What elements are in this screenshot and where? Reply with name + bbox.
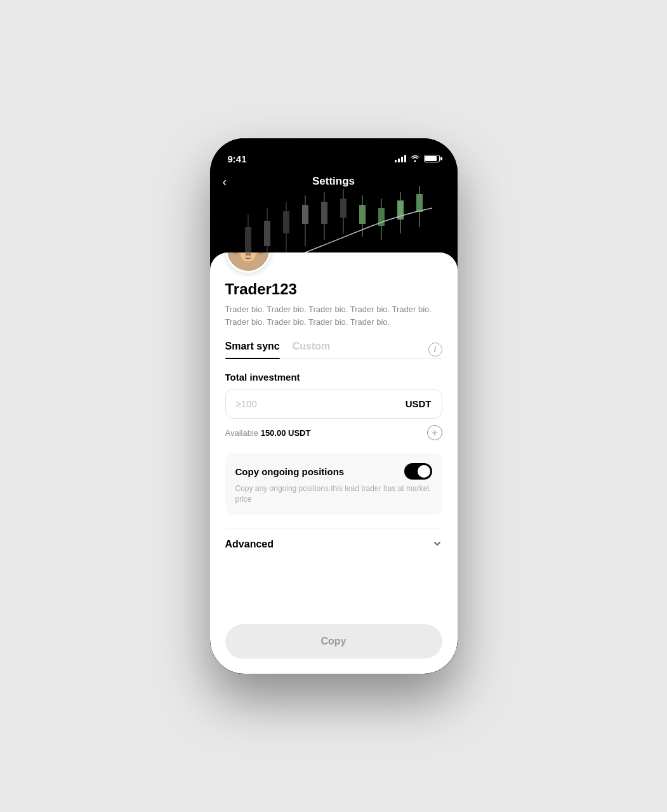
advanced-section[interactable]: Advanced xyxy=(225,528,442,561)
copy-positions-row: Copy ongoing positions xyxy=(235,463,432,480)
tab-smart-sync[interactable]: Smart sync xyxy=(225,341,280,358)
svg-rect-3 xyxy=(264,221,270,246)
avatar-image xyxy=(227,252,269,271)
spacer xyxy=(225,561,442,624)
investment-input-box[interactable]: ≥100 USDT xyxy=(225,389,442,419)
investment-currency: USDT xyxy=(406,398,432,409)
tabs-container: Smart sync Custom i xyxy=(225,341,442,359)
header-title: Settings xyxy=(312,175,355,188)
toggle-knob xyxy=(418,465,430,478)
svg-rect-1 xyxy=(245,227,251,252)
wifi-icon xyxy=(410,154,420,164)
svg-rect-11 xyxy=(340,199,347,218)
svg-point-34 xyxy=(246,254,248,255)
svg-rect-7 xyxy=(302,205,308,224)
phone-screen: 9:41 xyxy=(210,138,458,674)
add-funds-button[interactable]: ＋ xyxy=(427,425,442,440)
status-bar: 9:41 xyxy=(210,138,458,170)
available-row: Available 150.00 USDT ＋ xyxy=(225,425,442,440)
status-icons xyxy=(395,154,440,164)
avatar xyxy=(225,252,271,273)
trader-bio: Trader bio. Trader bio. Trader bio. Trad… xyxy=(225,303,442,328)
available-amount: 150.00 USDT xyxy=(261,428,311,438)
investment-placeholder: ≥100 xyxy=(236,398,406,409)
info-icon[interactable]: i xyxy=(428,343,442,357)
copy-positions-card: Copy ongoing positions Copy any ongoing … xyxy=(225,453,442,515)
content-card: Trader123 Trader bio. Trader bio. Trader… xyxy=(210,252,458,674)
copy-positions-label: Copy ongoing positions xyxy=(235,466,345,477)
copy-positions-toggle[interactable] xyxy=(404,463,432,480)
status-time: 9:41 xyxy=(228,154,247,164)
investment-label: Total investment xyxy=(225,372,442,383)
available-label: Available 150.00 USDT xyxy=(225,428,311,438)
navigation-header: ‹ Settings xyxy=(210,170,458,194)
signal-bars-icon xyxy=(395,155,406,162)
battery-icon xyxy=(424,155,440,162)
avatar-container xyxy=(225,252,442,273)
copy-positions-description: Copy any ongoing positions this lead tra… xyxy=(235,483,432,505)
copy-button-container: Copy xyxy=(225,624,442,669)
svg-rect-9 xyxy=(321,202,327,224)
trader-name: Trader123 xyxy=(225,280,442,298)
chevron-down-icon xyxy=(432,539,442,551)
copy-button[interactable]: Copy xyxy=(225,624,442,658)
svg-rect-19 xyxy=(416,194,423,212)
svg-point-35 xyxy=(248,254,250,255)
svg-rect-5 xyxy=(283,211,289,233)
advanced-label: Advanced xyxy=(225,539,274,550)
svg-rect-13 xyxy=(359,205,366,224)
tab-custom[interactable]: Custom xyxy=(293,341,331,358)
phone-frame: 9:41 xyxy=(210,138,458,674)
back-button[interactable]: ‹ xyxy=(223,174,227,189)
